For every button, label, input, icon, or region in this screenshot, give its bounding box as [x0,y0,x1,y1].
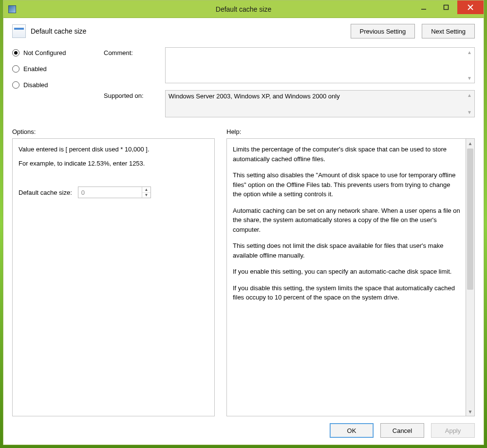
default-cache-size-label: Default cache size: [19,189,72,196]
scroll-down-icon[interactable]: ▼ [467,75,472,81]
minimize-button[interactable] [412,0,435,14]
policy-title: Default cache size [31,27,86,35]
minimize-icon [421,4,427,10]
dialog-footer: OK Cancel Apply [12,416,475,438]
help-scrollbar[interactable]: ▲ ▼ [466,138,475,416]
state-radio-group: Not Configured Enabled Disabled [12,47,94,117]
comment-textarea[interactable]: ▲ ▼ [165,47,475,83]
comment-label: Comment: [104,47,158,56]
radio-disabled[interactable]: Disabled [12,81,94,89]
maximize-button[interactable] [435,0,457,14]
next-setting-button[interactable]: Next Setting [422,24,475,38]
radio-icon [12,81,19,89]
help-paragraph: This setting also disables the "Amount o… [233,170,461,199]
radio-icon [12,49,19,56]
panels-row: Value entered is [ percent disk used * 1… [12,138,475,416]
scrollbar-thumb[interactable] [467,149,473,290]
scroll-up-icon[interactable]: ▲ [467,93,472,98]
help-section-label: Help: [226,128,475,135]
scroll-up-icon[interactable]: ▲ [466,139,474,148]
close-button[interactable] [457,0,484,14]
options-text-line2: For example, to indicate 12.53%, enter 1… [19,160,208,167]
ok-button[interactable]: OK [330,423,374,438]
svg-rect-1 [444,5,449,10]
scroll-down-icon[interactable]: ▼ [467,110,472,115]
window-controls [412,0,484,18]
default-cache-size-spinner[interactable]: ▲ ▼ [78,187,151,198]
maximize-icon [443,4,449,10]
options-section-label: Options: [12,128,226,135]
scroll-up-icon[interactable]: ▲ [467,50,472,55]
help-panel-container: Limits the percentage of the computer's … [226,138,475,416]
help-paragraph: Automatic caching can be set on any netw… [233,206,461,235]
close-icon [468,4,473,10]
radio-icon [12,65,19,73]
scroll-down-icon[interactable]: ▼ [466,407,474,416]
supported-on-text: Windows Server 2003, Windows XP, and Win… [165,90,475,117]
header-row: Default cache size Previous Setting Next… [12,24,475,38]
options-panel: Value entered is [ percent disk used * 1… [12,138,215,416]
spinner-up-button[interactable]: ▲ [142,187,150,193]
cancel-button[interactable]: Cancel [380,423,424,438]
section-labels: Options: Help: [12,128,475,135]
help-paragraph: Limits the percentage of the computer's … [233,145,461,164]
dialog-window: Default cache size Default cache size Pr… [3,0,484,445]
supported-on-label: Supported on: [104,90,158,99]
radio-not-configured[interactable]: Not Configured [12,49,94,56]
spinner-down-button[interactable]: ▼ [142,193,150,198]
config-row: Not Configured Enabled Disabled Comment:… [12,47,475,117]
radio-label: Disabled [23,81,48,89]
app-icon [8,5,16,13]
policy-icon [12,24,26,38]
options-text-line1: Value entered is [ percent disk used * 1… [19,146,208,153]
window-title: Default cache size [3,5,484,13]
help-panel[interactable]: Limits the percentage of the computer's … [226,138,466,416]
help-paragraph: This setting does not limit the disk spa… [233,241,461,260]
supported-on-value: Windows Server 2003, Windows XP, and Win… [169,93,340,100]
dialog-content: Default cache size Previous Setting Next… [3,18,484,445]
help-paragraph: If you disable this setting, the system … [233,283,461,302]
radio-label: Enabled [23,65,47,73]
help-paragraph: If you enable this setting, you can spec… [233,267,461,277]
apply-button[interactable]: Apply [431,423,475,438]
radio-label: Not Configured [23,49,66,56]
titlebar[interactable]: Default cache size [3,0,484,18]
default-cache-size-input[interactable] [78,188,142,197]
previous-setting-button[interactable]: Previous Setting [351,24,415,38]
radio-enabled[interactable]: Enabled [12,65,94,73]
